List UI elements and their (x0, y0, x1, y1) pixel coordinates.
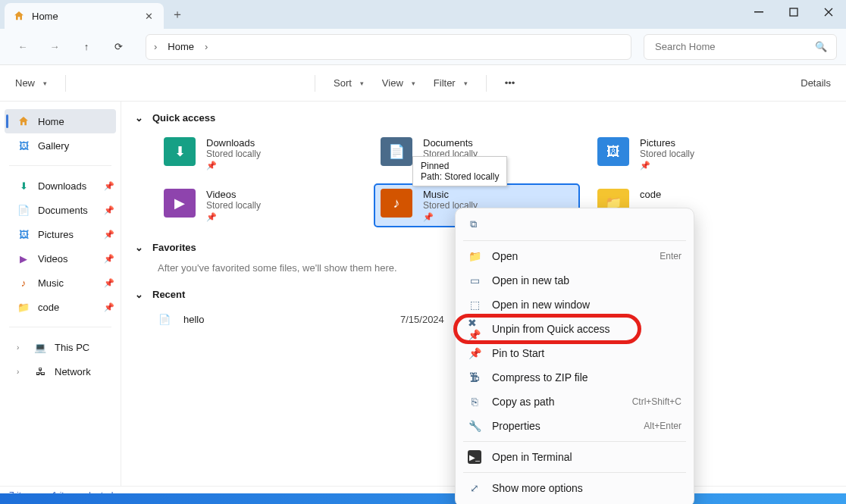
chevron-right-icon[interactable]: › (17, 343, 26, 352)
pin-icon[interactable]: 📌 (104, 181, 114, 191)
svg-rect-1 (790, 8, 797, 16)
pin-icon: 📌 (206, 212, 261, 222)
search-box[interactable]: 🔍 (644, 34, 837, 60)
tooltip: Pinned Path: Stored locally (412, 156, 507, 186)
item-subtitle: Stored locally (206, 149, 261, 159)
sidebar-label: Network (55, 366, 91, 377)
ctx-open-terminal[interactable]: ▶_Open in Terminal (456, 445, 694, 469)
terminal-icon: ▶_ (468, 450, 481, 464)
home-icon (12, 9, 26, 23)
folder-icon: 📁 (17, 300, 30, 314)
pin-icon[interactable]: 📌 (104, 302, 114, 312)
ctx-pin-start[interactable]: 📌Pin to Start (456, 341, 694, 365)
ctx-open[interactable]: 📁OpenEnter (456, 244, 694, 268)
pin-icon[interactable]: 📌 (104, 230, 114, 239)
folder-icon: ⬇ (164, 137, 196, 166)
item-subtitle: Stored locally (640, 149, 694, 159)
folder-icon: 🖼 (597, 137, 629, 166)
ctx-open-new-tab[interactable]: ▭Open in new tab (456, 268, 694, 293)
sidebar-item-home[interactable]: Home (5, 109, 116, 133)
chevron-down-icon: ⌄ (135, 112, 143, 124)
item-name: Videos (206, 189, 261, 200)
chevron-down-icon: ⌄ (135, 242, 143, 253)
ctx-properties[interactable]: 🔧PropertiesAlt+Enter (456, 414, 694, 438)
nav-forward-button[interactable]: → (41, 33, 68, 61)
minimize-button[interactable] (741, 0, 776, 24)
more-button[interactable]: ••• (505, 77, 515, 89)
tab-title: Home (32, 11, 58, 22)
context-menu: ⧉ 📁OpenEnter ▭Open in new tab ⬚Open in n… (455, 208, 694, 504)
search-input[interactable] (653, 40, 815, 53)
sidebar-item-documents[interactable]: 📄Documents📌 (0, 198, 121, 222)
pin-icon[interactable]: 📌 (104, 254, 114, 264)
search-icon[interactable]: 🔍 (815, 41, 827, 52)
section-quick-access[interactable]: ⌄ Quick access (135, 112, 832, 124)
chevron-right-icon: › (154, 41, 157, 52)
quick-access-downloads[interactable]: ⬇DownloadsStored locally📌 (158, 133, 362, 175)
sidebar-item-gallery[interactable]: 🖼 Gallery (0, 133, 121, 158)
navigation-pane: Home 🖼 Gallery ⬇Downloads📌📄Documents📌🖼Pi… (0, 102, 121, 486)
quick-access-videos[interactable]: ▶VideosStored locally📌 (158, 184, 362, 227)
pin-icon[interactable]: 📌 (104, 278, 114, 288)
item-name: Pictures (640, 137, 694, 149)
unpin-icon: ✖📌 (468, 322, 481, 336)
folder-icon: ⬇ (17, 179, 30, 193)
zip-icon: 🗜 (468, 371, 481, 384)
sidebar-label: code (38, 302, 59, 313)
sidebar-label: Music (38, 277, 64, 289)
ctx-unpin-quick-access[interactable]: ✖📌Unpin from Quick access (456, 317, 694, 341)
item-subtitle: Stored locally (206, 200, 261, 211)
taskbar (0, 493, 846, 504)
breadcrumb-home[interactable]: Home (168, 41, 194, 52)
sidebar-item-videos[interactable]: ▶Videos📌 (0, 246, 121, 271)
chevron-right-icon: › (205, 41, 208, 52)
nav-back-button[interactable]: ← (9, 33, 36, 61)
nav-refresh-button[interactable]: ⟳ (105, 33, 132, 61)
wrench-icon: 🔧 (468, 419, 481, 433)
title-bar: Home ✕ ＋ (0, 0, 846, 29)
sidebar-item-downloads[interactable]: ⬇Downloads📌 (0, 174, 121, 198)
window-tab[interactable]: Home ✕ (5, 3, 164, 29)
sidebar-item-pictures[interactable]: 🖼Pictures📌 (0, 222, 121, 246)
item-name: Downloads (206, 137, 261, 149)
address-bar[interactable]: › Home › (146, 34, 631, 60)
folder-icon: 📁 (468, 249, 481, 263)
sidebar-item-network[interactable]: › 🖧 Network (0, 359, 121, 383)
network-icon: 🖧 (33, 365, 47, 378)
svg-rect-0 (754, 11, 763, 13)
sidebar-item-music[interactable]: ♪Music📌 (0, 271, 121, 295)
ctx-show-more[interactable]: ⤢Show more options (456, 476, 694, 500)
home-icon (17, 114, 30, 128)
sidebar-item-thispc[interactable]: › 💻 This PC (0, 335, 121, 359)
sidebar-label: Pictures (38, 229, 74, 240)
sidebar-item-code[interactable]: 📁code📌 (0, 295, 121, 319)
filter-button[interactable]: Filter (434, 77, 468, 89)
sidebar-label: Downloads (38, 180, 86, 192)
nav-up-button[interactable]: ↑ (73, 33, 100, 61)
sidebar-label: Videos (38, 253, 68, 265)
more-icon: ⤢ (468, 481, 481, 495)
sort-button[interactable]: Sort (334, 77, 364, 89)
copy-icon[interactable]: ⧉ (466, 218, 480, 231)
pin-icon[interactable]: 📌 (104, 205, 114, 215)
tab-close-icon[interactable]: ✕ (145, 11, 153, 22)
ctx-open-new-window[interactable]: ⬚Open in new window (456, 293, 694, 317)
command-bar: New Sort View Filter ••• Details (0, 65, 846, 102)
maximize-button[interactable] (776, 0, 811, 24)
details-button[interactable]: Details (801, 77, 831, 89)
chevron-right-icon[interactable]: › (17, 368, 26, 376)
sidebar-label: Documents (38, 205, 88, 216)
view-button[interactable]: View (382, 77, 415, 89)
new-tab-button[interactable]: ＋ (171, 7, 183, 23)
close-button[interactable] (811, 0, 846, 24)
address-row: ← → ↑ ⟳ › Home › 🔍 (0, 29, 846, 65)
recent-file-date: 7/15/2024 (400, 314, 444, 325)
folder-icon: ♪ (381, 189, 412, 218)
chevron-down-icon: ⌄ (135, 289, 143, 300)
ctx-compress-zip[interactable]: 🗜Compress to ZIP file (456, 365, 694, 390)
quick-access-pictures[interactable]: 🖼PicturesStored locally📌 (591, 133, 796, 175)
ctx-copy-path[interactable]: ⎘Copy as pathCtrl+Shift+C (456, 390, 694, 414)
new-button[interactable]: New (15, 77, 47, 89)
item-name: code (640, 189, 661, 200)
pin-icon: 📌 (206, 161, 261, 171)
